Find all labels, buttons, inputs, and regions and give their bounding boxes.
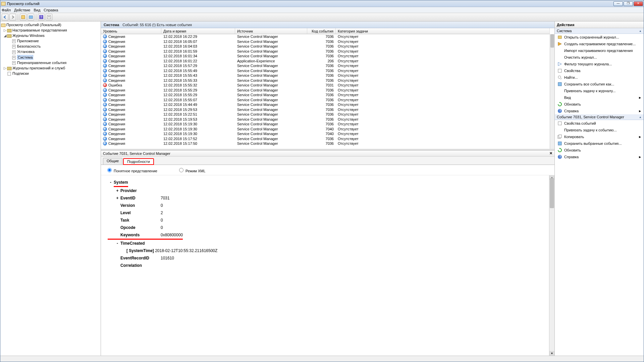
action-item[interactable]: Привязать задачу к журналу... bbox=[555, 87, 644, 94]
tb-bookmark-icon[interactable] bbox=[20, 14, 26, 20]
action-item[interactable]: Свойства bbox=[555, 67, 644, 74]
tab-details[interactable]: Подробности bbox=[123, 158, 154, 165]
table-row[interactable]: Сведения12.02.2018 15:19:30Service Contr… bbox=[101, 127, 550, 132]
action-item[interactable]: ?Справка▶ bbox=[555, 108, 644, 114]
tree-root[interactable]: Просмотр событий (Локальный) bbox=[6, 23, 61, 27]
back-button[interactable] bbox=[2, 14, 8, 20]
col-level[interactable]: Уровень bbox=[101, 28, 161, 34]
event-grid[interactable]: Уровень Дата и время Источник Код событи… bbox=[101, 28, 554, 149]
menu-file[interactable]: Файл bbox=[2, 8, 11, 12]
tb-props-icon[interactable] bbox=[46, 14, 52, 20]
sys-system[interactable]: System bbox=[114, 179, 128, 187]
tree-app-services-logs[interactable]: Журналы приложений и служб bbox=[12, 66, 65, 70]
action-item[interactable]: Открыть сохраненный журнал... bbox=[555, 34, 644, 41]
table-row[interactable]: Сведения12.02.2018 15:55:43Service Contr… bbox=[101, 73, 550, 78]
tb-container-icon[interactable] bbox=[28, 14, 34, 20]
menu-action[interactable]: Действие bbox=[14, 8, 30, 12]
table-row[interactable]: Сведения12.02.2018 15:55:29Service Contr… bbox=[101, 88, 550, 93]
table-row[interactable]: Сведения12.02.2018 15:19:53Service Contr… bbox=[101, 117, 550, 122]
table-row[interactable]: Сведения12.02.2018 15:19:30Service Contr… bbox=[101, 122, 550, 127]
info-icon bbox=[103, 64, 107, 68]
tree-custom-views[interactable]: Настраиваемые представления bbox=[12, 28, 67, 32]
action-item[interactable]: Копировать▶ bbox=[555, 133, 644, 140]
sys-keywords: Keywords bbox=[120, 231, 161, 239]
expand-icon[interactable]: ▷ bbox=[3, 28, 7, 33]
menu-view[interactable]: Вид bbox=[34, 8, 40, 12]
col-source[interactable]: Источник bbox=[235, 28, 307, 34]
tab-general[interactable]: Общие bbox=[103, 158, 122, 165]
table-row[interactable]: Сведения12.02.2018 16:22:29Service Contr… bbox=[101, 34, 550, 39]
info-icon bbox=[103, 137, 107, 141]
sys-timecreated[interactable]: TimeCreated bbox=[120, 240, 161, 247]
actions-section-event[interactable]: Событие 7031, Service Control Manager▲ bbox=[555, 114, 644, 120]
table-row[interactable]: Сведения12.02.2018 15:55:29Service Contr… bbox=[101, 93, 550, 98]
detail-close-icon[interactable]: ✕ bbox=[549, 151, 552, 156]
action-item[interactable]: Сохранить все события как... bbox=[555, 81, 644, 87]
table-row[interactable]: Сведения12.02.2018 15:44:49Service Contr… bbox=[101, 102, 550, 107]
action-icon bbox=[557, 48, 562, 53]
actions-header: Действия bbox=[555, 21, 644, 28]
close-button[interactable]: ✕ bbox=[634, 1, 643, 6]
tree-log-item[interactable]: Перенаправленные события bbox=[17, 61, 66, 65]
detail-body[interactable]: -System +Provider +EventID7031 Version0 … bbox=[101, 175, 549, 356]
tree-log-item[interactable]: Установка bbox=[17, 50, 35, 54]
tree-log-item[interactable]: Приложение bbox=[17, 39, 39, 43]
table-row[interactable]: Сведения12.02.2018 16:05:07Service Contr… bbox=[101, 39, 550, 44]
table-row[interactable]: Сведения12.02.2018 15:17:52Service Contr… bbox=[101, 136, 550, 141]
table-row[interactable]: Сведения12.02.2018 15:22:51Service Contr… bbox=[101, 112, 550, 117]
action-item[interactable]: Обновить bbox=[555, 147, 644, 154]
action-item[interactable]: Фильтр текущего журнала... bbox=[555, 61, 644, 67]
table-row[interactable]: Сведения12.02.2018 15:55:07Service Contr… bbox=[101, 98, 550, 103]
action-item[interactable]: Обновить bbox=[555, 101, 644, 108]
grid-scrollbar[interactable] bbox=[550, 34, 554, 149]
action-icon bbox=[557, 82, 562, 86]
tree-log-item[interactable]: Безопасность bbox=[17, 44, 41, 48]
action-item[interactable]: ?Справка▶ bbox=[555, 154, 644, 160]
table-row[interactable]: Сведения12.02.2018 15:55:33Service Contr… bbox=[101, 78, 550, 83]
info-icon bbox=[103, 103, 107, 107]
table-row[interactable]: Сведения12.02.2018 15:19:30Service Contr… bbox=[101, 131, 550, 136]
action-item[interactable]: Найти... bbox=[555, 74, 644, 81]
table-row[interactable]: Сведения12.02.2018 15:29:53Service Contr… bbox=[101, 107, 550, 112]
action-item[interactable]: Импорт настраиваемого представления bbox=[555, 47, 644, 54]
tree-subscriptions[interactable]: Подписки bbox=[12, 71, 29, 75]
info-icon bbox=[103, 88, 107, 92]
action-item[interactable]: Свойства событий bbox=[555, 120, 644, 127]
action-item[interactable]: Очистить журнал... bbox=[555, 54, 644, 61]
table-row[interactable]: Сведения12.02.2018 16:01:59Service Contr… bbox=[101, 49, 550, 54]
tb-help-icon[interactable]: ? bbox=[38, 14, 45, 20]
col-eventid[interactable]: Код события bbox=[307, 28, 336, 34]
maximize-button[interactable]: ❐ bbox=[624, 1, 633, 6]
forward-button[interactable] bbox=[9, 14, 16, 20]
menu-help[interactable]: Справка bbox=[44, 8, 58, 12]
minimize-button[interactable]: — bbox=[613, 1, 623, 6]
table-row[interactable]: Сведения12.02.2018 15:17:50Service Contr… bbox=[101, 141, 550, 146]
col-datetime[interactable]: Дата и время bbox=[161, 28, 235, 34]
actions-section-system[interactable]: Система▲ bbox=[555, 28, 644, 34]
svg-rect-8 bbox=[1, 24, 5, 27]
action-item[interactable]: Привязать задачу к событию... bbox=[555, 127, 644, 133]
sys-level: Level bbox=[120, 209, 161, 217]
table-row[interactable]: Сведения12.02.2018 16:01:22Application-E… bbox=[101, 59, 550, 64]
radio-friendly[interactable]: Понятное представление bbox=[106, 167, 157, 173]
action-item[interactable]: Вид▶ bbox=[555, 94, 644, 101]
tree-windows-logs[interactable]: Журналы Windows bbox=[12, 34, 45, 38]
window-title: Просмотр событий bbox=[7, 2, 613, 6]
nav-tree[interactable]: Просмотр событий (Локальный) ▷Настраивае… bbox=[0, 21, 101, 356]
tree-log-item[interactable]: Система bbox=[17, 55, 33, 60]
sys-eventid[interactable]: EventID bbox=[120, 194, 161, 202]
table-row[interactable]: Сведения12.02.2018 15:57:29Service Contr… bbox=[101, 63, 550, 68]
table-row[interactable]: Сведения12.02.2018 15:55:49Service Contr… bbox=[101, 68, 550, 73]
radio-xml[interactable]: Режим XML bbox=[177, 167, 206, 173]
sys-provider[interactable]: Provider bbox=[120, 187, 161, 194]
detail-scrollbar[interactable]: ▲▼ bbox=[549, 175, 554, 356]
table-row[interactable]: Ошибка12.02.2018 15:55:32Service Control… bbox=[101, 83, 550, 88]
action-item[interactable]: Сохранить выбранные события... bbox=[555, 140, 644, 147]
action-item[interactable]: Создать настраиваемое представление... bbox=[555, 41, 644, 47]
sys-task: Task bbox=[120, 217, 161, 224]
col-category[interactable]: Категория задачи bbox=[336, 28, 550, 34]
collapse-icon[interactable]: ◢ bbox=[3, 33, 7, 38]
table-row[interactable]: Сведения12.02.2018 16:04:03Service Contr… bbox=[101, 44, 550, 49]
table-row[interactable]: Сведения12.02.2018 16:01:34Service Contr… bbox=[101, 54, 550, 59]
expand-icon[interactable]: ▷ bbox=[3, 66, 7, 70]
